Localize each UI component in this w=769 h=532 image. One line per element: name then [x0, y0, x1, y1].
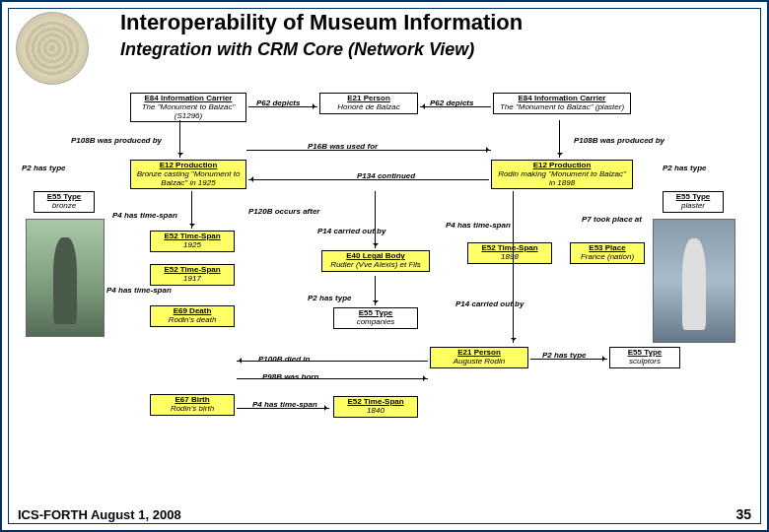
arrow	[420, 106, 491, 107]
arrow	[179, 120, 180, 158]
node-e67-birth: E67 BirthRodin's birth	[150, 394, 235, 416]
arrow	[248, 179, 489, 180]
edge-p2-comp: P2 has type	[308, 294, 351, 302]
arrow	[375, 191, 376, 248]
node-e21-balzac: E21 PersonHonoré de Balzac	[319, 93, 418, 114]
arrow	[530, 359, 607, 360]
node-e69-death: E69 DeathRodin's death	[150, 305, 235, 327]
arrow	[191, 191, 192, 229]
edge-p4-death: P4 has time-span	[106, 286, 150, 295]
edge-p108b-left: P108B was produced by	[71, 136, 130, 145]
node-e55-bronze: E55 Typebronze	[34, 191, 95, 213]
node-e53-france: E53 PlaceFrance (nation)	[570, 242, 645, 264]
edge-p2-left: P2 has type	[22, 164, 65, 172]
arrow	[513, 191, 514, 343]
edge-p120b: P120B occurs after	[248, 207, 296, 216]
node-ts-1898: E52 Time-Span1898	[467, 242, 552, 264]
arrow	[248, 106, 317, 107]
node-e55-plaster: E55 Typeplaster	[663, 191, 724, 213]
node-e55-sculptors: E55 Typesculptors	[609, 347, 680, 368]
node-e12-rodin: E12 ProductionRodin making "Monument to …	[491, 160, 633, 189]
node-e40-rudier: E40 Legal BodyRudier (Vve Alexis) et Fil…	[321, 250, 430, 272]
node-e55-companies: E55 Typecompanies	[333, 307, 418, 329]
edge-p4-left: P4 has time-span	[112, 211, 177, 220]
node-e21-rodin: E21 PersonAuguste Rodin	[430, 347, 528, 368]
arrow	[246, 150, 491, 151]
slide-subtitle: Integration with CRM Core (Network View)	[120, 39, 747, 60]
arrow	[559, 120, 560, 158]
footer-left: ICS-FORTH August 1, 2008	[18, 507, 181, 522]
image-bronze-statue	[26, 219, 105, 337]
footer-page-number: 35	[735, 506, 751, 522]
node-e12-bronze: E12 ProductionBronze casting "Monument t…	[130, 160, 246, 189]
node-ts-1840: E52 Time-Span1840	[333, 396, 418, 418]
slide: Interoperability of Museum Information I…	[0, 0, 769, 532]
slide-title: Interoperability of Museum Information	[120, 10, 747, 35]
logo-seal	[16, 12, 89, 85]
arrow	[237, 378, 428, 379]
node-e84-bronze: E84 Information CarrierThe "Monument to …	[130, 93, 246, 122]
edge-p98b: P98B was born	[262, 372, 318, 381]
edge-p108b-right: P108B was produced by	[574, 136, 643, 145]
diagram-canvas: E84 Information CarrierThe "Monument to …	[12, 93, 757, 500]
edge-p100b: P100B died in	[258, 355, 310, 364]
edge-p2-right: P2 has type	[663, 164, 706, 172]
arrow	[237, 361, 428, 362]
arrow	[237, 408, 329, 409]
node-ts-1925: E52 Time-Span1925	[150, 231, 235, 252]
node-ts-1917: E52 Time-Span1917	[150, 264, 235, 286]
edge-p4-mid: P4 has time-span	[446, 221, 511, 230]
arrow	[375, 276, 376, 305]
node-e84-plaster: E84 Information CarrierThe "Monument to …	[493, 93, 631, 114]
image-plaster-statue	[653, 219, 735, 343]
edge-p7: P7 took place at	[582, 215, 631, 224]
